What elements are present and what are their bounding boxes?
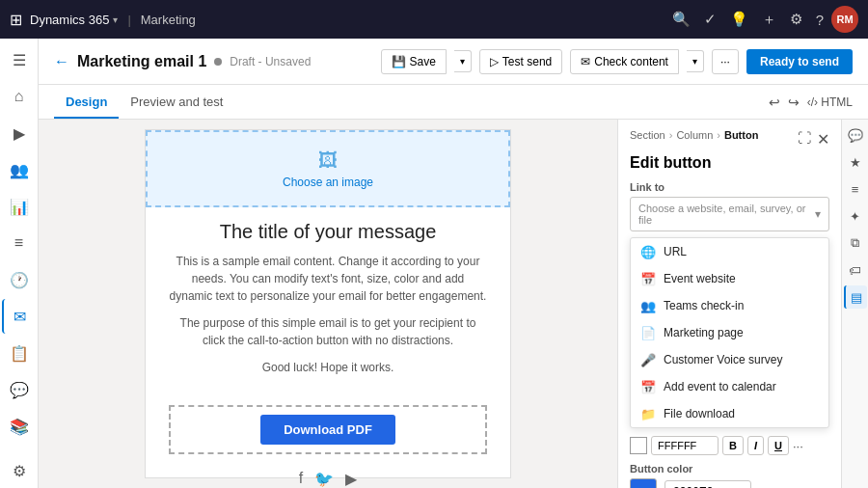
calendar-icon: 📅 — [640, 379, 656, 394]
email-title: The title of your message — [169, 221, 487, 243]
module-name: Marketing — [141, 13, 196, 27]
tab-design[interactable]: Design — [54, 87, 119, 119]
panel-icon-chat[interactable]: 💬 — [844, 123, 867, 147]
link-add-event[interactable]: 📅 Add event to calendar — [631, 373, 828, 400]
help-icon[interactable]: ? — [816, 12, 824, 28]
event-website-icon: 📅 — [640, 271, 656, 286]
text-color-hex-input[interactable] — [651, 436, 719, 455]
ready-to-send-button[interactable]: Ready to send — [746, 49, 853, 74]
check-content-button[interactable]: ✉ Check content — [570, 49, 679, 74]
button-color-swatch[interactable] — [630, 478, 657, 488]
sidebar-item-email[interactable]: ✉ — [2, 299, 37, 334]
sidebar-item-segments[interactable]: 📊 — [2, 189, 37, 224]
close-panel-button[interactable]: ✕ — [817, 130, 829, 149]
choose-image-label: Choose an image — [283, 176, 373, 189]
html-button[interactable]: ‹/› HTML — [807, 95, 853, 109]
status-text: Draft - Unsaved — [230, 55, 311, 68]
email-image-block[interactable]: 🖼 Choose an image — [146, 130, 510, 207]
breadcrumb-section[interactable]: Section — [630, 129, 665, 141]
save-dropdown-button[interactable]: ▾ — [454, 50, 472, 72]
content-area: 🖼 Choose an image The title of your mess… — [39, 120, 868, 488]
lightbulb-icon[interactable]: 💡 — [730, 11, 748, 28]
expand-panel-icon[interactable]: ⛶ — [798, 130, 811, 149]
more-format-button[interactable]: ··· — [793, 439, 803, 453]
email-body-text-1: This is a sample email content. Change i… — [169, 253, 487, 305]
check-content-icon: ✉ — [581, 55, 590, 68]
test-send-button[interactable]: ▷ Test send — [479, 49, 562, 74]
app-name: Dynamics 365 — [30, 13, 109, 27]
email-cta-button[interactable]: Download PDF — [260, 415, 395, 445]
panel-icon-list[interactable]: ≡ — [844, 177, 867, 201]
redo-button[interactable]: ↪ — [788, 95, 800, 110]
underline-button[interactable]: U — [768, 436, 789, 455]
panel-icon-tag[interactable]: 🏷 — [844, 258, 867, 282]
link-file-download[interactable]: 📁 File download — [631, 400, 828, 427]
status-indicator — [214, 58, 222, 66]
panel-side-icons: 💬 ★ ≡ ✦ ⧉ 🏷 ▤ — [841, 120, 868, 488]
panel-icon-layers[interactable]: ⧉ — [844, 231, 867, 255]
button-color-label: Button color — [630, 463, 829, 474]
user-avatar[interactable]: RM — [831, 6, 858, 33]
social-icons: f 🐦 ▶ — [146, 460, 510, 488]
panel-title: Edit button — [630, 154, 711, 172]
check-dropdown-button[interactable]: ▾ — [687, 50, 704, 72]
sidebar-item-lists[interactable]: ≡ — [2, 226, 37, 260]
sidebar-item-chat[interactable]: 💬 — [2, 372, 37, 407]
save-icon: 💾 — [392, 55, 406, 68]
sidebar-item-play[interactable]: ▶ — [2, 116, 37, 150]
marketing-page-icon: 📄 — [640, 325, 656, 340]
top-navigation: ⊞ Dynamics 365 ▾ | Marketing 🔍 ✓ 💡 ＋ ⚙ ?… — [0, 0, 868, 39]
email-button-wrapper: Download PDF — [169, 405, 487, 454]
panel-icon-magic[interactable]: ✦ — [844, 204, 867, 228]
sidebar-item-menu[interactable]: ☰ — [2, 42, 37, 77]
apps-grid-icon[interactable]: ⊞ — [10, 11, 22, 29]
text-color-swatch[interactable] — [630, 437, 647, 454]
save-button[interactable]: 💾 Save — [381, 49, 447, 74]
check-icon[interactable]: ✓ — [704, 11, 717, 28]
tab-preview[interactable]: Preview and test — [119, 87, 234, 119]
youtube-icon[interactable]: ▶ — [345, 470, 357, 488]
sidebar-item-forms[interactable]: 📋 — [2, 336, 37, 370]
main-area: ← Marketing email 1 Draft - Unsaved 💾 Sa… — [39, 39, 868, 488]
link-customer-voice[interactable]: 🎤 Customer Voice survey — [631, 346, 828, 373]
breadcrumb-column[interactable]: Column — [676, 129, 713, 141]
sidebar-item-library[interactable]: 📚 — [2, 409, 37, 444]
link-to-select[interactable]: Choose a website, email, survey, or file… — [630, 197, 829, 231]
link-to-label: Link to — [630, 181, 829, 193]
facebook-icon[interactable]: f — [299, 470, 303, 488]
sidebar-item-home[interactable]: ⌂ — [2, 79, 37, 114]
sidebar-item-contacts[interactable]: 👥 — [2, 152, 37, 187]
email-body-text-3: Good luck! Hope it works. — [169, 359, 487, 376]
breadcrumb-button[interactable]: Button — [724, 129, 758, 141]
italic-button[interactable]: I — [747, 436, 764, 455]
email-body-text-2: The purpose of this simple email is to g… — [169, 314, 487, 349]
panel-inner: Section › Column › Button ⛶ ✕ Edit butto… — [618, 120, 841, 488]
breadcrumb: Section › Column › Button — [630, 129, 758, 141]
link-url[interactable]: 🌐 URL — [631, 238, 828, 265]
back-button[interactable]: ← — [54, 53, 69, 70]
twitter-icon[interactable]: 🐦 — [314, 470, 334, 488]
panel-header: Edit button — [630, 154, 829, 172]
bold-button[interactable]: B — [722, 436, 744, 455]
undo-button[interactable]: ↩ — [769, 95, 780, 110]
button-color-hex-input[interactable] — [665, 480, 751, 488]
teams-icon: 👥 — [640, 298, 656, 313]
settings-icon[interactable]: ⚙ — [790, 11, 802, 28]
email-wrapper: 🖼 Choose an image The title of your mess… — [145, 129, 511, 478]
button-color-row — [630, 478, 829, 488]
tabs-right-actions: ↩ ↪ ‹/› HTML — [769, 95, 853, 110]
file-icon: 📁 — [640, 406, 656, 421]
search-icon[interactable]: 🔍 — [672, 11, 691, 28]
panel-icon-format[interactable]: ▤ — [844, 285, 867, 309]
panel-icon-star[interactable]: ★ — [844, 150, 867, 174]
sidebar-item-settings[interactable]: ⚙ — [2, 453, 37, 488]
more-options-button[interactable]: ··· — [712, 49, 739, 74]
test-icon: ▷ — [490, 55, 499, 68]
link-event-website[interactable]: 📅 Event website — [631, 265, 828, 292]
select-chevron-icon: ▾ — [815, 207, 821, 221]
sidebar-item-timeline[interactable]: 🕐 — [2, 262, 37, 297]
link-marketing-page[interactable]: 📄 Marketing page — [631, 319, 828, 346]
page-title: Marketing email 1 — [77, 53, 206, 70]
link-teams-checkin[interactable]: 👥 Teams check-in — [631, 292, 828, 319]
plus-icon[interactable]: ＋ — [762, 11, 776, 29]
